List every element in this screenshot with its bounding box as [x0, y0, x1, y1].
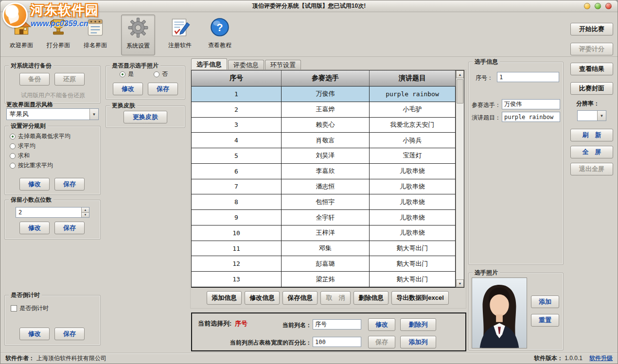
decimal-save-button[interactable]: 保存	[54, 222, 85, 234]
cell-no[interactable]: 6	[192, 164, 282, 179]
cell-no[interactable]: 10	[192, 225, 282, 241]
table-row[interactable]: 2 王嘉烨 小毛驴	[192, 102, 456, 118]
rules-modify-button[interactable]: 修改	[19, 178, 50, 191]
cell-no[interactable]: 13	[192, 272, 282, 287]
scroll-down-icon[interactable]: ▼	[456, 279, 464, 287]
toolbar-item-scoring[interactable]: 打分界面	[41, 15, 75, 55]
scroll-up-icon[interactable]: ▲	[456, 70, 464, 78]
cell-topic[interactable]: 儿歌串烧	[370, 179, 456, 195]
toolbar-item-settings[interactable]: 系统设置	[121, 15, 155, 55]
view-result-button[interactable]: 查看结果	[570, 63, 613, 75]
countdown-modify-button[interactable]: 修改	[19, 328, 50, 340]
player-name-input[interactable]	[502, 99, 560, 109]
column-width-input[interactable]	[313, 337, 361, 347]
cell-no[interactable]: 11	[192, 241, 282, 257]
add-info-button[interactable]: 添加信息	[207, 291, 242, 305]
column-header-no[interactable]: 序号	[192, 70, 282, 87]
minimize-button[interactable]	[584, 3, 590, 9]
restore-button[interactable]: 还原	[54, 73, 85, 86]
cell-topic[interactable]: 我爱北京天安门	[370, 118, 456, 133]
table-row[interactable]: 7 潘志恒 儿歌串烧	[192, 179, 456, 195]
rule-option-sum[interactable]: 求和	[10, 152, 30, 160]
radio-icon[interactable]	[10, 143, 16, 149]
column-save-button[interactable]: 保存	[368, 336, 395, 348]
save-info-button[interactable]: 保存信息	[283, 291, 318, 305]
column-modify-button[interactable]: 修改	[368, 318, 395, 331]
fullscreen-button[interactable]: 全 屏	[570, 146, 613, 158]
radio-icon[interactable]	[10, 163, 16, 169]
cell-no[interactable]: 12	[192, 256, 282, 272]
modify-info-button[interactable]: 修改信息	[245, 291, 280, 305]
chevron-down-icon[interactable]: ▼	[597, 111, 606, 121]
countdown-save-button[interactable]: 保存	[54, 328, 85, 340]
decimal-places-stepper[interactable]: 2 ▲ ▼	[16, 207, 89, 218]
cell-no[interactable]: 7	[192, 179, 282, 195]
cell-name[interactable]: 刘昊泽	[282, 148, 370, 164]
column-add-button[interactable]: 添加列	[400, 336, 436, 348]
delete-info-button[interactable]: 删除信息	[353, 291, 388, 305]
cell-name[interactable]: 彭嘉璐	[282, 256, 370, 272]
maximize-button[interactable]	[595, 3, 601, 9]
cell-name[interactable]: 全宇轩	[282, 210, 370, 225]
tab-round-setup[interactable]: 环节设置	[265, 60, 301, 70]
backup-button[interactable]: 备份	[19, 73, 50, 86]
start-contest-button[interactable]: 开始比赛	[570, 23, 613, 35]
toolbar-item-register[interactable]: 注册软件	[163, 15, 197, 55]
close-button[interactable]	[605, 3, 612, 9]
show-photo-modify-button[interactable]: 修改	[113, 83, 143, 95]
photo-reset-button[interactable]: 重置	[531, 314, 559, 327]
cell-topic[interactable]: 儿歌串烧	[370, 194, 456, 210]
table-row[interactable]: 3 赖奕心 我爱北京天安门	[192, 118, 456, 133]
show-photo-no[interactable]: 否	[154, 70, 168, 78]
cell-name[interactable]: 王梓洋	[282, 225, 370, 241]
table-scrollbar[interactable]: ▲ ▼	[456, 70, 464, 287]
cell-name[interactable]: 邓集	[282, 241, 370, 257]
cell-name[interactable]: 潘志恒	[282, 179, 370, 195]
cell-no[interactable]: 1	[192, 87, 282, 102]
cell-topic[interactable]: 鹅大哥出门	[370, 256, 456, 272]
countdown-checkbox-row[interactable]: 是否倒计时	[11, 304, 49, 312]
table-row[interactable]: 13 梁芷炜 鹅大哥出门	[192, 272, 456, 287]
radio-icon[interactable]	[10, 134, 16, 139]
rules-save-button[interactable]: 保存	[54, 178, 85, 191]
cell-topic[interactable]: 小骑兵	[370, 133, 456, 148]
column-name-input[interactable]	[313, 319, 361, 329]
exit-fullscreen-button[interactable]: 退出全屏	[570, 163, 613, 175]
cell-topic[interactable]: 鹅大哥出门	[370, 272, 456, 287]
change-skin-button[interactable]: 更换皮肤	[124, 111, 167, 123]
cell-name[interactable]: 李嘉欣	[282, 164, 370, 179]
judge-score-button[interactable]: 评委计分	[570, 43, 613, 55]
table-row[interactable]: 6 李嘉欣 儿歌串烧	[192, 164, 456, 179]
cell-name[interactable]: 肖敬言	[282, 133, 370, 148]
cell-name[interactable]: 赖奕心	[282, 118, 370, 133]
checkbox-icon[interactable]	[11, 305, 17, 312]
photo-add-button[interactable]: 添加	[531, 295, 559, 308]
show-photo-save-button[interactable]: 保存	[148, 83, 178, 95]
resolution-select[interactable]: ▼	[577, 110, 606, 121]
cell-no[interactable]: 2	[192, 102, 282, 118]
table-row[interactable]: 1 万俊伟 purple rainbow	[192, 87, 456, 102]
table-row[interactable]: 8 包恒宇 儿歌串烧	[192, 194, 456, 210]
column-header-topic[interactable]: 演讲题目	[370, 70, 456, 87]
table-row[interactable]: 12 彭嘉璐 鹅大哥出门	[192, 256, 456, 272]
table-row[interactable]: 4 肖敬言 小骑兵	[192, 133, 456, 148]
export-excel-button[interactable]: 导出数据到excel	[391, 291, 449, 305]
radio-icon[interactable]	[10, 153, 16, 159]
cell-name[interactable]: 梁芷炜	[282, 272, 370, 287]
upgrade-link[interactable]: 软件升级	[589, 354, 613, 363]
cell-name[interactable]: 包恒宇	[282, 194, 370, 210]
table-row[interactable]: 5 刘昊泽 宝莲灯	[192, 148, 456, 164]
rule-option-average[interactable]: 求平均	[10, 142, 35, 150]
cell-no[interactable]: 8	[192, 194, 282, 210]
spin-up-icon[interactable]: ▲	[82, 208, 89, 213]
cell-topic[interactable]: 儿歌串烧	[370, 225, 456, 241]
toolbar-item-tutorial[interactable]: ? 查看教程	[203, 15, 237, 55]
rule-option-weighted[interactable]: 按比重求平均	[10, 161, 53, 170]
spin-down-icon[interactable]: ▼	[82, 213, 89, 218]
contest-cover-button[interactable]: 比赛封面	[570, 82, 613, 95]
scroll-thumb[interactable]	[457, 79, 463, 104]
cell-topic[interactable]: purple rainbow	[370, 87, 456, 102]
cell-topic[interactable]: 儿歌串烧	[370, 164, 456, 179]
decimal-places-value[interactable]: 2	[16, 208, 81, 217]
player-topic-input[interactable]	[502, 112, 560, 122]
